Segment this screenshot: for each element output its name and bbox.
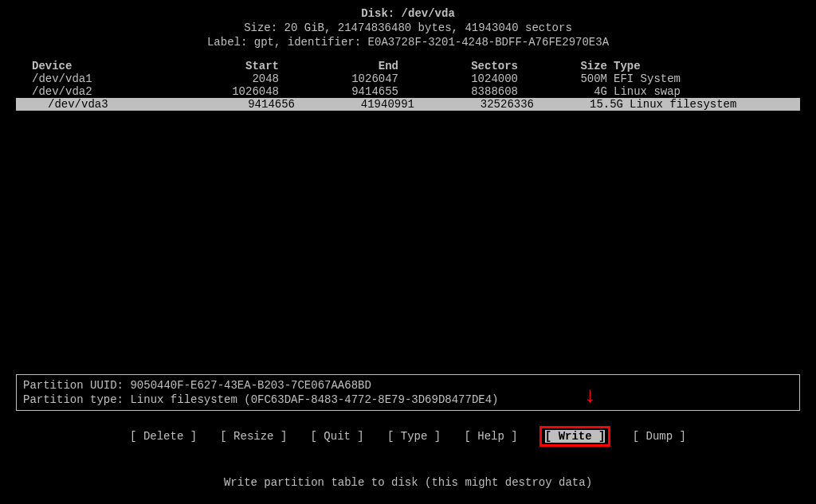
- resize-button[interactable]: [ Resize ]: [220, 430, 287, 443]
- delete-button[interactable]: [ Delete ]: [130, 430, 197, 443]
- header-device: Device: [32, 60, 183, 72]
- help-button[interactable]: [ Help ]: [464, 430, 517, 443]
- cell-type: EFI System: [614, 72, 800, 85]
- cell-start: 9414656: [199, 98, 295, 111]
- cell-type: Linux swap: [614, 85, 800, 98]
- header-end: End: [279, 60, 398, 72]
- partition-table: Device Start End Sectors Size Type /dev/…: [0, 60, 816, 111]
- cell-sectors: 32526336: [414, 98, 534, 111]
- cell-size: 15.5G: [534, 98, 630, 111]
- table-row[interactable]: /dev/vda2 1026048 9414655 8388608 4G Lin…: [16, 85, 800, 98]
- label-line: Label: gpt, identifier: E0A3728F-3201-42…: [0, 35, 816, 49]
- header-sectors: Sectors: [398, 60, 518, 72]
- arrow-down-icon: ↓: [583, 385, 597, 408]
- partition-type: Partition type: Linux filesystem (0FC63D…: [23, 393, 793, 407]
- size-line: Size: 20 GiB, 21474836480 bytes, 4194304…: [0, 21, 816, 35]
- cell-end: 1026047: [279, 72, 398, 85]
- type-button[interactable]: [ Type ]: [387, 430, 441, 443]
- table-row[interactable]: /dev/vda3 9414656 41940991 32526336 15.5…: [16, 98, 800, 111]
- table-header-row: Device Start End Sectors Size Type: [16, 60, 800, 72]
- cell-sectors: 1024000: [398, 72, 518, 85]
- cell-start: 2048: [183, 72, 279, 85]
- row-selector: >>: [19, 98, 33, 111]
- header-start: Start: [183, 60, 279, 72]
- partition-info-box: Partition UUID: 9050440F-E627-43EA-B203-…: [16, 374, 800, 411]
- write-button[interactable]: [ Write ]: [545, 430, 606, 443]
- cell-size: 4G: [518, 85, 614, 98]
- cell-end: 9414655: [279, 85, 398, 98]
- disk-header: Disk: /dev/vda Size: 20 GiB, 21474836480…: [0, 0, 816, 50]
- header-size: Size: [518, 60, 614, 72]
- write-highlight-annotation: [ Write ]: [539, 426, 611, 447]
- disk-line: Disk: /dev/vda: [0, 6, 816, 21]
- cell-size: 500M: [518, 72, 614, 85]
- footer-hint: Write partition table to disk (this migh…: [0, 476, 816, 489]
- quit-button[interactable]: [ Quit ]: [311, 430, 364, 443]
- cell-device: /dev/vda3: [48, 98, 199, 111]
- cell-start: 1026048: [183, 85, 279, 98]
- dump-button[interactable]: [ Dump ]: [633, 430, 686, 443]
- table-row[interactable]: /dev/vda1 2048 1026047 1024000 500M EFI …: [16, 72, 800, 85]
- cell-device: /dev/vda2: [32, 85, 183, 98]
- cell-type: Linux filesystem: [630, 98, 784, 111]
- menu-bar: [ Delete ] [ Resize ] [ Quit ] [ Type ] …: [0, 430, 816, 443]
- partition-uuid: Partition UUID: 9050440F-E627-43EA-B203-…: [23, 378, 793, 393]
- cell-sectors: 8388608: [398, 85, 518, 98]
- cell-device: /dev/vda1: [32, 72, 183, 85]
- header-type: Type: [614, 60, 800, 72]
- cell-end: 41940991: [295, 98, 414, 111]
